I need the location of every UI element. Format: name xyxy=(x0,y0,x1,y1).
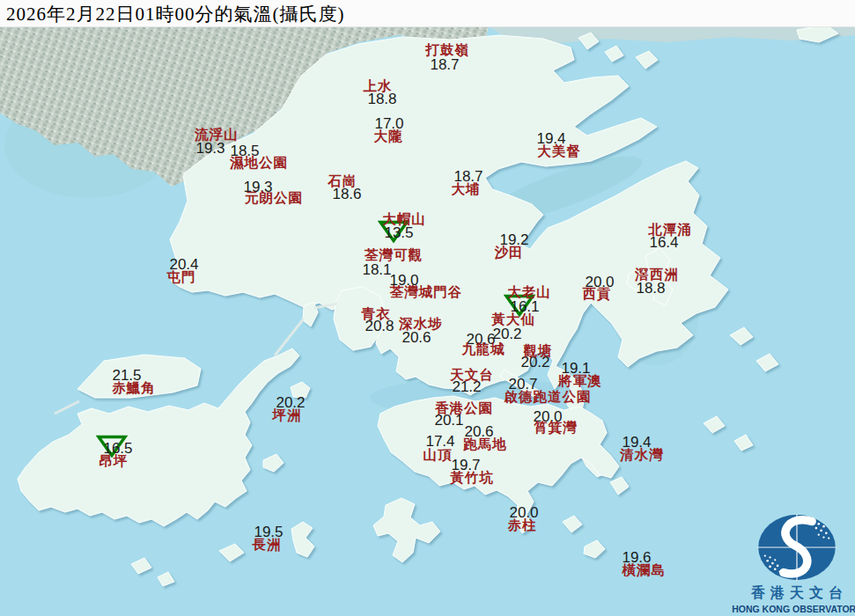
stations-layer: 18.7打鼓嶺18.8上水17.0大隴19.4大美督19.3流浮山18.5濕地公… xyxy=(0,0,855,616)
station-name: 啟德跑道公園 xyxy=(505,388,592,407)
station-name: 打鼓嶺 xyxy=(425,41,469,60)
station-name: 大隴 xyxy=(374,128,403,146)
hko-logo: 香港天文台 HONG KONG OBSERVATORY xyxy=(740,512,854,614)
page-title: 2026年2月22日01時00分的氣溫(攝氏度) xyxy=(6,2,345,26)
station-name: 坪洲 xyxy=(273,407,302,425)
station-name: 橫瀾島 xyxy=(622,561,666,580)
station-name: 荃灣可觀 xyxy=(365,246,423,265)
station-name: 上水 xyxy=(364,77,393,96)
hko-logo-icon xyxy=(751,512,843,583)
station-name: 滘西洲 xyxy=(635,266,679,284)
station-name: 長洲 xyxy=(253,536,282,554)
station-name: 清水灣 xyxy=(620,446,664,465)
station-name: 荃灣城門谷 xyxy=(390,283,463,302)
station-name: 西貢 xyxy=(583,285,612,304)
logo-cjk-text: 香港天文台 xyxy=(746,584,848,603)
logo-en-text: HONG KONG OBSERVATORY xyxy=(732,604,855,614)
station-name: 觀塘 xyxy=(524,342,553,361)
station-name: 黃竹坑 xyxy=(450,469,494,488)
title-bar: 2026年2月22日01時00分的氣溫(攝氏度) xyxy=(0,0,855,27)
station-name: 濕地公園 xyxy=(230,154,288,172)
station-name: 流浮山 xyxy=(195,126,239,144)
station-name: 大美督 xyxy=(537,143,581,161)
station-name: 石崗 xyxy=(328,172,357,191)
station-name: 昂坪 xyxy=(100,452,129,471)
station-name: 大埔 xyxy=(452,180,481,199)
station-name: 赤鱲角 xyxy=(112,379,156,398)
station-name: 山頂 xyxy=(424,446,453,465)
station-name: 深水埗 xyxy=(399,315,443,334)
station-name: 赤柱 xyxy=(508,517,537,535)
station-name: 屯門 xyxy=(167,268,196,287)
station-name: 天文台 xyxy=(450,366,494,385)
station-name: 北潭涌 xyxy=(648,221,692,239)
station-name: 跑馬地 xyxy=(463,436,507,454)
station-name: 大帽山 xyxy=(382,210,426,229)
station-name: 沙田 xyxy=(495,244,524,262)
station-name: 元朗公園 xyxy=(245,189,303,208)
station-name: 筲箕灣 xyxy=(534,419,578,437)
station-name: 黃大仙 xyxy=(491,311,535,329)
station-name: 香港公園 xyxy=(435,400,493,418)
station-name: 大老山 xyxy=(507,283,551,302)
hko-temperature-map-screen: 2026年2月22日01時00分的氣溫(攝氏度) 18.7打鼓嶺18.8上水17… xyxy=(0,0,855,616)
station-name: 九龍城 xyxy=(461,341,505,359)
station-name: 青衣 xyxy=(362,305,391,324)
